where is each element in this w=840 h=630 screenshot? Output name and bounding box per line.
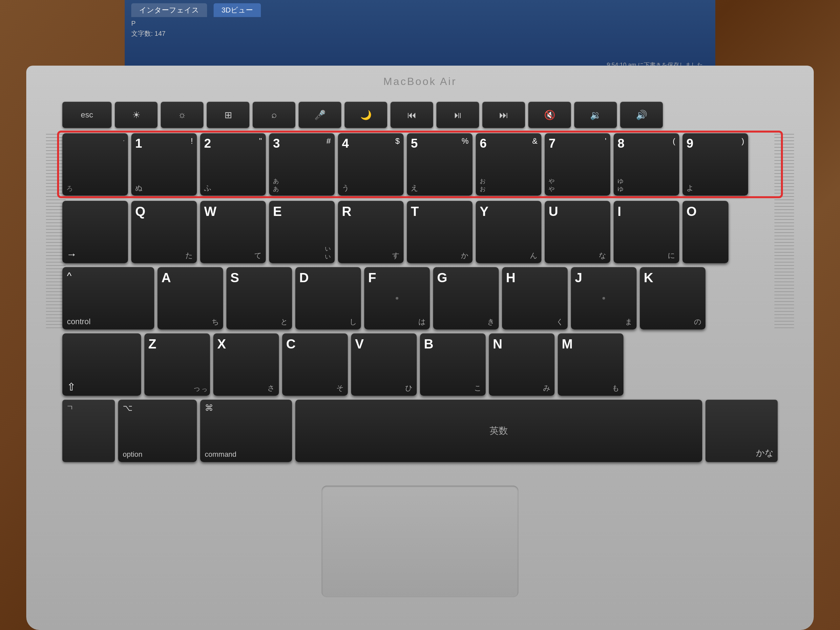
key-esc[interactable]: esc [62, 102, 112, 128]
rewind-icon: ⏮ [407, 110, 416, 120]
key-v[interactable]: V ひ [351, 333, 417, 396]
screen-p-label: P [131, 20, 136, 27]
key-backtick[interactable]: · ろ [62, 133, 128, 196]
fastforward-icon: ⏭ [499, 110, 508, 120]
kana-label: かな [756, 447, 774, 459]
key-f7[interactable]: ⏮ [390, 102, 433, 128]
key-k-letter: K [644, 270, 653, 285]
key-f11[interactable]: 🔉 [574, 102, 617, 128]
tab-3dview[interactable]: 3Dビュー [214, 3, 261, 17]
key-a-kana: ち [212, 317, 219, 327]
tab-interface[interactable]: インターフェイス [131, 3, 207, 17]
macbook-model-label: MacBook Air [383, 76, 457, 88]
option-symbol: ⌥ [123, 403, 133, 413]
key-x-kana: さ [267, 383, 275, 393]
key-b-letter: B [424, 337, 433, 351]
key-3-kana: ああ [273, 177, 279, 193]
key-m[interactable]: M も [558, 333, 624, 396]
key-s[interactable]: S と [226, 267, 292, 330]
key-6[interactable]: 6 & おお [476, 133, 542, 196]
space-label: 英数 [489, 425, 508, 437]
key-8[interactable]: 8 ( ゆゆ [614, 133, 679, 196]
key-k[interactable]: K の [640, 267, 706, 330]
keyboard-area: esc ☀ ☼ ⊞ ⌕ 🎤 🌙 [59, 102, 781, 462]
key-f2[interactable]: ☼ [161, 102, 204, 128]
key-2[interactable]: 2 " ふ [200, 133, 266, 196]
dictation-icon: 🎤 [314, 110, 326, 120]
mute-icon: 🔇 [544, 110, 556, 120]
key-5-kana: え [411, 183, 418, 193]
key-u[interactable]: U な [545, 201, 610, 263]
key-e-kana: いい [325, 245, 331, 261]
key-d[interactable]: D し [295, 267, 361, 330]
key-shift-left[interactable]: ⇧ [62, 333, 141, 396]
key-c[interactable]: C そ [282, 333, 348, 396]
key-f3[interactable]: ⊞ [207, 102, 249, 128]
command-label: command [205, 450, 237, 459]
key-z[interactable]: Z つ っ [144, 333, 210, 396]
key-4[interactable]: 4 $ う [338, 133, 404, 196]
key-command-left[interactable]: ⌘ command [200, 399, 292, 462]
key-t[interactable]: T か [407, 201, 472, 263]
key-6-symbol: & [532, 136, 537, 146]
key-f5[interactable]: 🎤 [298, 102, 341, 128]
dnd-icon: 🌙 [360, 110, 372, 120]
key-j[interactable]: J ま [571, 267, 636, 330]
key-tab[interactable]: → [62, 201, 128, 263]
key-e-letter: E [273, 204, 282, 219]
key-space[interactable]: 英数 [295, 399, 702, 462]
key-1-kana: ぬ [135, 183, 143, 193]
key-i[interactable]: I に [614, 201, 679, 263]
key-n[interactable]: N み [489, 333, 554, 396]
key-u-kana: な [599, 251, 606, 261]
key-kana[interactable]: かな [706, 399, 778, 462]
key-f-kana: は [418, 317, 426, 327]
key-e[interactable]: E いい [269, 201, 335, 263]
key-8-kana: ゆゆ [617, 177, 624, 193]
key-3-number: 3 [273, 136, 280, 151]
bottom-alpha-row: ⇧ Z つ っ X さ C そ V ひ [59, 333, 781, 396]
key-b[interactable]: B こ [420, 333, 486, 396]
key-f8[interactable]: ⏯ [436, 102, 479, 128]
vol-down-icon: 🔉 [590, 110, 602, 120]
key-r[interactable]: R す [338, 201, 404, 263]
key-f4[interactable]: ⌕ [253, 102, 295, 128]
key-v-kana: ひ [405, 383, 413, 393]
key-f1[interactable]: ☀ [115, 102, 158, 128]
trackpad[interactable] [322, 486, 518, 597]
key-h[interactable]: H く [502, 267, 568, 330]
key-2-kana: ふ [204, 183, 212, 193]
key-j-letter: J [575, 270, 582, 285]
key-x[interactable]: X さ [213, 333, 279, 396]
key-7[interactable]: 7 ' やや [545, 133, 610, 196]
key-kana-symbol: ㄱ [66, 403, 74, 413]
key-3[interactable]: 3 # ああ [269, 133, 335, 196]
key-o[interactable]: O [682, 201, 728, 263]
key-f9[interactable]: ⏭ [482, 102, 525, 128]
key-option[interactable]: ⌥ option [118, 399, 197, 462]
key-7-symbol: ' [605, 136, 606, 146]
key-f12[interactable]: 🔊 [620, 102, 663, 128]
key-control[interactable]: ^ control [62, 267, 154, 330]
key-5-number: 5 [411, 136, 418, 151]
qwerty-key-row: → Q た W て E いい R す [59, 201, 781, 263]
key-5[interactable]: 5 % え [407, 133, 472, 196]
key-c-letter: C [286, 337, 296, 351]
key-q[interactable]: Q た [131, 201, 197, 263]
key-f-letter: F [368, 270, 376, 285]
control-caret-icon: ^ [67, 270, 71, 281]
brightness-down-icon: ☀ [132, 110, 141, 120]
key-f10[interactable]: 🔇 [528, 102, 571, 128]
key-a[interactable]: A ち [158, 267, 223, 330]
screen-row-p: P [131, 20, 709, 27]
key-w[interactable]: W て [200, 201, 266, 263]
tab-arrow-icon: → [66, 248, 77, 261]
key-y[interactable]: Y ん [476, 201, 542, 263]
key-9[interactable]: 9 ) よ [682, 133, 748, 196]
key-1[interactable]: 1 ! ぬ [131, 133, 197, 196]
key-kana-eisu[interactable]: ㄱ [62, 399, 115, 462]
vol-up-icon: 🔊 [636, 110, 647, 120]
key-g[interactable]: G き [433, 267, 499, 330]
key-f[interactable]: F は [364, 267, 430, 330]
key-f6[interactable]: 🌙 [344, 102, 387, 128]
